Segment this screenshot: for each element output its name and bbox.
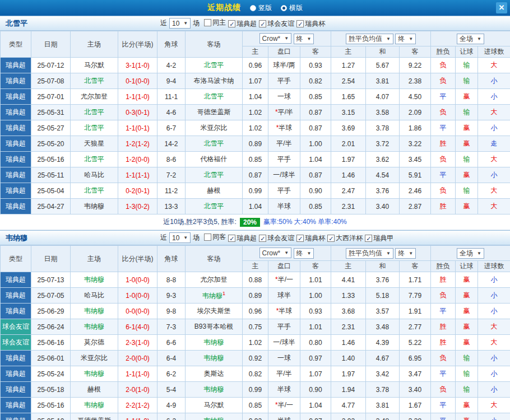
checkbox-checked-icon[interactable]: ✓ xyxy=(365,235,372,242)
match-row: 瑞典超25-04-27韦纳穆1-3(0-2)13-3北雪平1.04半球0.852… xyxy=(1,199,510,214)
chevron-down-icon: ▼ xyxy=(284,36,289,41)
filter-checkbox[interactable]: ✓球会友谊 xyxy=(259,234,294,243)
score: 0-3(0-1) xyxy=(118,105,157,120)
layout-radio-horizontal[interactable]: 横版 xyxy=(281,3,303,13)
avg-away-odds: 1.71 xyxy=(400,272,431,288)
radio-unselected-icon[interactable] xyxy=(250,5,256,11)
bookmaker-select[interactable]: Crow*▼ xyxy=(259,33,292,44)
checkbox-checked-icon[interactable]: ✓ xyxy=(228,20,235,27)
handicap-value: *半/一 xyxy=(268,398,300,413)
checkbox-label: 瑞典超 xyxy=(237,234,257,243)
match-row: 瑞典超25-05-10哥德堡盖斯1-1(1-0)6-2韦纳穆0.92半球0.97… xyxy=(1,413,510,420)
avg-home-odds: 4.41 xyxy=(331,272,366,288)
corners: 11-2 xyxy=(157,183,186,199)
match-row: 球会友谊25-06-16莫尔德2-3(1-0)6-6韦纳穆1.02一/球半0.8… xyxy=(1,335,510,351)
checkbox-checked-icon[interactable]: ✓ xyxy=(259,20,266,27)
result-wdl: 负 xyxy=(431,152,456,167)
avg-home-odds: 3.69 xyxy=(331,120,366,136)
filter-checkbox[interactable]: ✓瑞典甲 xyxy=(365,234,393,243)
avg-draw-odds: 5.18 xyxy=(366,288,400,304)
section-varnamo: 韦纳穆 近 10 ▼ 场 同客✓瑞典超✓球会友谊✓瑞典杯✓大西洋杯✓瑞典甲 类型… xyxy=(0,230,510,420)
result-handicap: 赢 xyxy=(456,335,478,351)
checkbox-unchecked-icon[interactable] xyxy=(204,234,211,241)
final-odds-select[interactable]: 终▼ xyxy=(294,34,314,44)
checkbox-label: 瑞典甲 xyxy=(373,234,393,243)
final-odds-select[interactable]: 终▼ xyxy=(395,34,416,44)
avg-odds-select[interactable]: 胜平负均值▼ xyxy=(346,248,393,259)
ah-home-odds: 0.85 xyxy=(243,152,268,167)
checkbox-checked-icon[interactable]: ✓ xyxy=(259,235,266,242)
filter-checkbox[interactable]: 同主 xyxy=(204,18,226,27)
ah-odds-group: Crow*▼ 终▼ xyxy=(243,31,331,46)
avg-draw-odds: 3.57 xyxy=(366,304,400,319)
ah-away-odds: 0.85 xyxy=(300,199,331,214)
ah-away-odds: 0.90 xyxy=(300,183,331,199)
filter-checkbox[interactable]: 同客 xyxy=(204,232,226,242)
avg-home-odds: 1.94 xyxy=(331,382,366,398)
match-count-select[interactable]: 10 ▼ xyxy=(169,18,191,29)
away-team: 布洛马波卡纳 xyxy=(186,73,243,89)
result-wdl: 负 xyxy=(431,382,456,398)
result-goals: 大 xyxy=(478,319,510,335)
ah-away-odds: 1.00 xyxy=(300,136,331,152)
avg-home-odds: 4.77 xyxy=(331,398,366,413)
radio-selected-icon[interactable] xyxy=(281,5,287,11)
ah-home-odds: 1.02 xyxy=(243,120,268,136)
col-result-handicap: 让球 xyxy=(456,261,478,272)
layout-radio-vertical[interactable]: 竖版 xyxy=(250,3,272,13)
checkbox-label: 同主 xyxy=(212,18,226,27)
result-group: 全场▼ xyxy=(431,31,510,46)
result-handicap: 赢 xyxy=(456,272,478,288)
handicap-value: 一/球半 xyxy=(268,335,300,351)
filter-checkbox[interactable]: ✓瑞典杯 xyxy=(296,19,325,29)
filter-checkbox[interactable]: ✓瑞典杯 xyxy=(296,234,325,243)
avg-odds-select[interactable]: 胜平负均值▼ xyxy=(346,34,393,44)
ah-home-odds: 0.96 xyxy=(243,304,268,319)
checkbox-checked-icon[interactable]: ✓ xyxy=(296,235,304,242)
scope-select[interactable]: 全场▼ xyxy=(457,248,484,259)
filter-checkbox[interactable]: ✓瑞典超 xyxy=(228,234,257,243)
filter-checkbox[interactable]: ✓球会友谊 xyxy=(259,19,294,29)
home-team: 韦纳穆 xyxy=(71,366,118,382)
scope-select[interactable]: 全场▼ xyxy=(457,34,484,44)
score: 0-1(0-0) xyxy=(118,73,157,89)
underdog-star-mark: * xyxy=(275,276,278,283)
games-label: 场 xyxy=(193,18,200,28)
checkbox-label: 瑞典超 xyxy=(237,19,257,29)
result-handicap: 赢 xyxy=(456,398,478,413)
checkbox-unchecked-icon[interactable] xyxy=(204,19,211,26)
away-team: 米亚尔比 xyxy=(186,120,243,136)
league-type: 瑞典超 xyxy=(1,351,31,366)
result-goals: 小 xyxy=(478,272,510,288)
checkbox-checked-icon[interactable]: ✓ xyxy=(327,235,335,242)
checkbox-label: 瑞典杯 xyxy=(305,19,325,29)
col-home: 主场 xyxy=(71,31,118,58)
league-type: 瑞典超 xyxy=(1,105,31,120)
handicap-value: 平手 xyxy=(268,73,300,89)
checkbox-checked-icon[interactable]: ✓ xyxy=(228,235,235,242)
handicap-value: 平手 xyxy=(268,152,300,167)
checkbox-checked-icon[interactable]: ✓ xyxy=(296,20,304,27)
filter-checkbox[interactable]: ✓大西洋杯 xyxy=(327,234,363,243)
league-type: 瑞典超 xyxy=(1,288,31,304)
bookmaker-select[interactable]: Crow*▼ xyxy=(259,248,292,258)
home-team: 哈马比 xyxy=(71,167,118,183)
match-count-select[interactable]: 10 ▼ xyxy=(169,232,191,243)
match-row: 瑞典超25-05-31北雪平0-3(0-1)4-6哥德堡盖斯1.02*平/半0.… xyxy=(1,105,510,120)
col-score: 比分(半场) xyxy=(118,246,157,272)
handicap-value: 平/半 xyxy=(268,366,300,382)
col-type: 类型 xyxy=(1,246,31,272)
handicap-value: 一球 xyxy=(268,351,300,366)
avg-away-odds: 3.22 xyxy=(400,136,431,152)
close-button[interactable]: ✕ xyxy=(496,2,507,13)
home-team: 北雪平 xyxy=(71,105,118,120)
final-odds-select[interactable]: 终▼ xyxy=(294,248,314,259)
filter-checkbox[interactable]: ✓瑞典超 xyxy=(228,19,257,29)
match-date: 25-05-18 xyxy=(31,382,71,398)
chevron-down-icon: ▼ xyxy=(183,235,188,240)
league-type: 瑞典超 xyxy=(1,272,31,288)
league-type: 瑞典超 xyxy=(1,366,31,382)
score: 1-1(1-0) xyxy=(118,89,157,105)
score: 1-1(1-1) xyxy=(118,167,157,183)
final-odds-select[interactable]: 终▼ xyxy=(395,248,416,259)
